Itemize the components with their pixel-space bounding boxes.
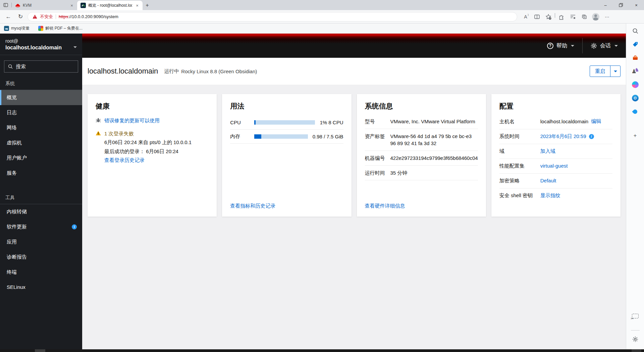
capture-frame-icon bbox=[632, 314, 639, 318]
sidebar-item-virtual-machines[interactable]: 虚拟机 bbox=[0, 135, 82, 150]
running-state: 运行中 bbox=[164, 68, 179, 75]
bing-search-icon[interactable] bbox=[631, 27, 639, 35]
row-label: 主机名 bbox=[499, 119, 537, 125]
back-button[interactable]: ← bbox=[3, 12, 13, 22]
cpu-progress-fill bbox=[254, 120, 256, 125]
session-menu[interactable]: 会话 bbox=[583, 34, 626, 58]
sidebar-item-label: 服务 bbox=[7, 170, 17, 176]
overview-cards: 健康 错误修复的更新可以使用 1 次登录失败 6月06日 20:24 来自 pt… bbox=[82, 85, 626, 226]
cpu-label: CPU bbox=[230, 120, 254, 125]
host-switcher[interactable]: root@ localhost.localdomain bbox=[0, 34, 82, 55]
help-icon: ? bbox=[547, 43, 553, 49]
add-sidebar-app-button[interactable]: + bbox=[631, 132, 639, 140]
cpu-progress-bar bbox=[254, 120, 315, 125]
configuration-card: 配置 主机名 localhost.localdomain编辑 系统时间 2023… bbox=[491, 94, 621, 217]
usage-table: CPU 1% 8 CPU 内存 0.98 / 7.5 GiB bbox=[230, 116, 343, 144]
row-label: 安全 shell 密钥 bbox=[499, 192, 537, 199]
shopping-tag-icon[interactable] bbox=[631, 40, 639, 48]
cpu-usage-row: CPU 1% 8 CPU bbox=[230, 116, 343, 130]
redhat-favicon-icon bbox=[15, 3, 20, 8]
join-domain-link[interactable]: 加入域 bbox=[540, 148, 555, 155]
tab-kvm[interactable]: KVM × bbox=[12, 1, 77, 10]
sidebar-item-network[interactable]: 网络 bbox=[0, 120, 82, 135]
ssh-keys-row: 安全 shell 密钥 显示指纹 bbox=[499, 188, 612, 203]
sidebar-item-overview[interactable]: 概览 bbox=[0, 90, 82, 105]
sidebar-item-accounts[interactable]: 用户账户 bbox=[0, 150, 82, 166]
edit-hostname-link[interactable]: 编辑 bbox=[591, 118, 601, 125]
web-capture-icon[interactable] bbox=[631, 312, 639, 320]
uptime-row: 运行时间 35 分钟 bbox=[365, 166, 478, 180]
address-bar[interactable]: 不安全 https://10.0.0.200:9090/system bbox=[28, 12, 517, 21]
profile-avatar[interactable] bbox=[591, 12, 601, 22]
bookmark-label: mysql变量 bbox=[11, 26, 30, 31]
login-history-link[interactable]: 查看登录历史记录 bbox=[104, 157, 145, 163]
sidebar-item-label: 终端 bbox=[7, 269, 17, 275]
add-favorite-icon[interactable]: + bbox=[543, 12, 553, 22]
system-time-row: 系统时间 2023年6月6日 20:59i bbox=[499, 129, 612, 144]
restart-button[interactable]: 重启 bbox=[590, 66, 610, 77]
configuration-table: 主机名 localhost.localdomain编辑 系统时间 2023年6月… bbox=[499, 114, 612, 203]
system-time-link[interactable]: 2023年6月6日 20:59 bbox=[540, 133, 586, 140]
drop-icon[interactable] bbox=[631, 107, 639, 116]
games-chess-icon[interactable]: ♟♞ bbox=[631, 67, 639, 75]
microsoft365-briefcase-icon[interactable] bbox=[631, 54, 639, 62]
browser-menu-icon[interactable]: ⋯ bbox=[602, 12, 612, 22]
new-tab-button[interactable]: + bbox=[143, 1, 152, 10]
row-value: 35 分钟 bbox=[390, 169, 478, 176]
bugfix-updates-link[interactable]: 错误修复的更新可以使用 bbox=[104, 118, 160, 124]
row-label: 系统时间 bbox=[499, 133, 537, 140]
metrics-history-link[interactable]: 查看指标和历史记录 bbox=[230, 203, 275, 209]
split-screen-icon[interactable] bbox=[532, 12, 542, 22]
tab-actions-button[interactable] bbox=[0, 0, 11, 10]
chevron-down-icon bbox=[614, 45, 618, 47]
help-menu[interactable]: ? 帮助 bbox=[539, 34, 582, 58]
performance-profile-link[interactable]: virtual-guest bbox=[540, 163, 568, 169]
sidebar-item-diagnostic-reports[interactable]: 诊断报告 bbox=[0, 250, 82, 265]
bookmark-mysql[interactable]: mysql变量 bbox=[4, 26, 30, 31]
read-aloud-icon[interactable]: A bbox=[521, 12, 531, 22]
nav-section-tools: 工具 bbox=[0, 189, 82, 204]
copilot-icon[interactable] bbox=[631, 81, 639, 89]
sidebar-item-selinux[interactable]: SELinux bbox=[0, 280, 82, 294]
security-warning-label[interactable]: 不安全 bbox=[40, 14, 53, 20]
refresh-button[interactable]: ↻ bbox=[15, 12, 25, 22]
toolbar-divider bbox=[555, 13, 555, 18]
sidebar-item-services[interactable]: 服务 bbox=[0, 166, 82, 181]
sidebar-search-input[interactable]: 搜索 bbox=[4, 60, 78, 73]
show-fingerprints-link[interactable]: 显示指纹 bbox=[540, 192, 560, 199]
url-text[interactable]: https://10.0.0.200:9090/system bbox=[59, 14, 118, 19]
sidebar-settings-gear-icon[interactable] bbox=[631, 335, 639, 343]
bug-icon bbox=[96, 118, 101, 123]
outlook-icon[interactable]: O bbox=[631, 94, 639, 102]
sidebar-item-applications[interactable]: 应用 bbox=[0, 234, 82, 250]
tab-close-icon[interactable]: × bbox=[69, 3, 74, 8]
sidebar-item-label: 概览 bbox=[7, 94, 17, 101]
sidebar-item-software-updates[interactable]: 软件更新i bbox=[0, 219, 82, 234]
sidebar-item-terminal[interactable]: 终端 bbox=[0, 265, 82, 280]
row-label: 性能配置集 bbox=[499, 163, 537, 169]
bookmark-label: 解锁 PDF – 免费在... bbox=[45, 26, 83, 31]
svg-text:+: + bbox=[549, 17, 551, 19]
tab-cockpit-overview[interactable]: 概览 - root@localhost.localdoma × bbox=[77, 1, 143, 10]
help-label: 帮助 bbox=[556, 42, 567, 49]
sidebar-item-label: 虚拟机 bbox=[7, 140, 22, 146]
sidebar-item-label: 内核转储 bbox=[7, 209, 27, 215]
hardware-details-link[interactable]: 查看硬件详细信息 bbox=[365, 203, 405, 209]
sidebar-item-kdump[interactable]: 内核转储 bbox=[0, 204, 82, 219]
extensions-icon[interactable] bbox=[556, 12, 567, 22]
minimize-button[interactable]: – bbox=[598, 0, 613, 10]
close-window-button[interactable]: × bbox=[629, 0, 644, 10]
warning-triangle-icon bbox=[96, 131, 101, 136]
sidebar-item-logs[interactable]: 日志 bbox=[0, 105, 82, 120]
sidebar-item-label: SELinux bbox=[7, 284, 25, 290]
restart-split-button[interactable]: 重启 bbox=[590, 65, 621, 77]
restart-menu-toggle[interactable] bbox=[610, 66, 620, 77]
favorites-bar-icon[interactable] bbox=[568, 12, 578, 22]
tab-close-icon[interactable]: × bbox=[135, 3, 140, 8]
collections-icon[interactable] bbox=[579, 12, 589, 22]
restore-button[interactable] bbox=[613, 0, 629, 10]
time-info-icon[interactable]: i bbox=[589, 134, 594, 139]
bookmark-unlock-pdf[interactable]: 解锁 PDF – 免费在... bbox=[38, 26, 83, 31]
crypto-policy-link[interactable]: Default bbox=[540, 178, 556, 183]
tab-title: 概览 - root@localhost.localdoma bbox=[88, 3, 132, 8]
